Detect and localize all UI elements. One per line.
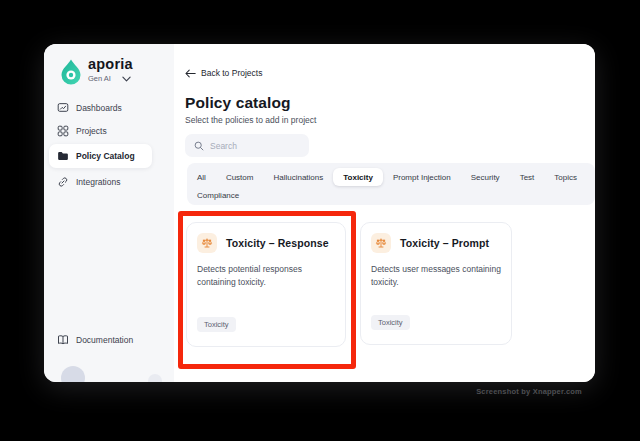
back-link-label: Back to Projects bbox=[201, 68, 262, 78]
sidebar-item-label: Documentation bbox=[76, 335, 133, 345]
sidebar-item-label: Integrations bbox=[76, 177, 120, 187]
tab-security[interactable]: Security bbox=[461, 168, 510, 186]
tab-prompt-injection[interactable]: Prompt Injection bbox=[383, 168, 461, 186]
back-arrow-icon bbox=[185, 69, 196, 78]
policy-card-toxicity-response[interactable]: Toxicity – Response Detects potential re… bbox=[186, 222, 346, 347]
screenshot-background: aporia Gen AI Dashboards bbox=[0, 0, 640, 441]
card-description: Detects user messages containing toxicit… bbox=[371, 263, 501, 289]
card-tag: Toxicity bbox=[371, 315, 410, 330]
sidebar-item-documentation[interactable]: Documentation bbox=[57, 328, 133, 351]
card-description: Detects potential responses containing t… bbox=[197, 263, 335, 289]
sidebar-item-integrations[interactable]: Integrations bbox=[49, 170, 174, 193]
sidebar-footer-decoration bbox=[148, 374, 162, 382]
grid-icon bbox=[57, 125, 69, 137]
sidebar-item-dashboards[interactable]: Dashboards bbox=[49, 96, 174, 119]
tab-hallucinations[interactable]: Hallucinations bbox=[263, 168, 333, 186]
filter-tabs-row-2: Compliance bbox=[187, 186, 595, 204]
tab-toxicity[interactable]: Toxicity bbox=[333, 168, 383, 186]
sidebar-item-label: Dashboards bbox=[76, 103, 122, 113]
sidebar-nav: Dashboards Projects Policy Catalog bbox=[49, 96, 174, 193]
sidebar-item-label: Projects bbox=[76, 126, 107, 136]
aporia-logo-icon bbox=[61, 57, 81, 85]
sidebar: aporia Gen AI Dashboards bbox=[44, 44, 174, 382]
card-header: Toxicity – Response bbox=[197, 233, 335, 253]
workspace-name: Gen AI bbox=[88, 74, 111, 83]
search-icon bbox=[194, 141, 204, 151]
scales-icon bbox=[371, 233, 391, 253]
dashboard-icon bbox=[57, 102, 69, 114]
chevron-down-icon bbox=[122, 76, 131, 82]
tab-test[interactable]: Test bbox=[510, 168, 545, 186]
card-tag: Toxicity bbox=[197, 317, 236, 332]
book-icon bbox=[57, 334, 69, 346]
scales-icon bbox=[197, 233, 217, 253]
logo-block: aporia Gen AI bbox=[61, 57, 133, 85]
search-field[interactable] bbox=[210, 141, 300, 151]
link-icon bbox=[57, 176, 69, 188]
main-content: Back to Projects Policy catalog Select t… bbox=[174, 44, 595, 382]
card-title: Toxicity – Response bbox=[226, 237, 329, 249]
tab-compliance[interactable]: Compliance bbox=[187, 186, 249, 204]
avatar[interactable] bbox=[61, 366, 85, 382]
card-header: Toxicity – Prompt bbox=[371, 233, 501, 253]
search-input[interactable] bbox=[185, 134, 309, 157]
filter-tabs-row-1: All Custom Hallucinations Toxicity Promp… bbox=[187, 168, 595, 186]
watermark-text: Screenshot by Xnapper.com bbox=[476, 387, 582, 396]
page-title: Policy catalog bbox=[185, 94, 291, 112]
sidebar-item-label: Policy Catalog bbox=[76, 151, 135, 161]
workspace-switcher[interactable]: Gen AI bbox=[88, 74, 133, 83]
folder-icon bbox=[57, 150, 69, 162]
filter-tabs: All Custom Hallucinations Toxicity Promp… bbox=[187, 163, 595, 205]
tab-custom[interactable]: Custom bbox=[216, 168, 264, 186]
card-title: Toxicity – Prompt bbox=[400, 237, 489, 249]
sidebar-item-projects[interactable]: Projects bbox=[49, 119, 174, 142]
sidebar-item-policy-catalog[interactable]: Policy Catalog bbox=[49, 144, 152, 168]
tab-all[interactable]: All bbox=[187, 168, 216, 186]
logo-wordmark: aporia bbox=[88, 57, 133, 72]
tab-topics[interactable]: Topics bbox=[544, 168, 587, 186]
app-window: aporia Gen AI Dashboards bbox=[44, 44, 595, 382]
back-to-projects-link[interactable]: Back to Projects bbox=[185, 67, 262, 79]
page-subtitle: Select the policies to add in project bbox=[185, 115, 316, 125]
policy-card-toxicity-prompt[interactable]: Toxicity – Prompt Detects user messages … bbox=[360, 222, 512, 345]
